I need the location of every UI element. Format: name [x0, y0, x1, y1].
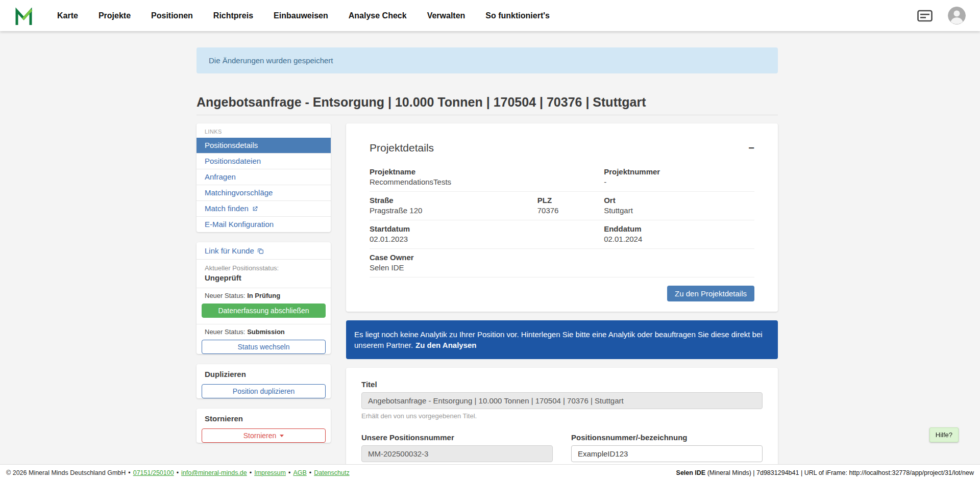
customer-link-row: Link für Kunde	[197, 242, 331, 260]
sidebar-item-label: Match finden	[205, 204, 249, 213]
next-status-label: Neuer Status:	[205, 292, 246, 299]
projektnummer-value: -	[604, 178, 754, 187]
main-column: Projektdetails − Projektname Recommendat…	[346, 123, 778, 464]
nav-item-analyse-check[interactable]: Analyse Check	[349, 11, 407, 20]
topbar-right-actions	[917, 7, 966, 24]
projektname-value: RecommendationsTests	[370, 178, 604, 187]
footer-link-impressum[interactable]: Impressum	[254, 469, 286, 476]
analytics-banner-link[interactable]: Zu den Analysen	[415, 341, 476, 349]
top-navigation-bar: Karte Projekte Positionen Richtpreis Ein…	[0, 0, 980, 31]
nav-item-verwalten[interactable]: Verwalten	[427, 11, 465, 20]
next-status-review-value: In Prüfung	[247, 292, 280, 299]
footer-separator: •	[128, 469, 130, 476]
position-form-card: Titel Erhält den von uns vorgegebenen Ti…	[346, 368, 778, 464]
titel-label: Titel	[361, 380, 763, 389]
extnr-label: Positionsnummer/-bezeichnung	[571, 433, 763, 442]
project-row-address: Straße Pragstraße 120 PLZ 70376 Ort Stut…	[370, 192, 754, 220]
footer-separator: •	[177, 469, 179, 476]
project-row-name-number: Projektname RecommendationsTests Projekt…	[370, 163, 754, 192]
posnr-input	[361, 445, 553, 462]
sidebar-item-match-finden[interactable]: Match finden	[197, 201, 331, 217]
collapse-icon[interactable]: −	[748, 143, 754, 153]
mineral-minds-logo-icon	[14, 7, 34, 25]
card-reader-icon[interactable]	[917, 10, 933, 22]
footer-link-agb[interactable]: AGB	[293, 469, 306, 476]
project-details-title: Projektdetails	[370, 142, 434, 154]
external-number-field-group: Positionsnummer/-bezeichnung Z.B. Intern…	[571, 433, 763, 464]
position-number-field-group: Unsere Positionsnummer Erhält eine syste…	[361, 433, 553, 464]
duplicate-position-button[interactable]: Position duplizieren	[202, 384, 326, 398]
current-status-label: Aktueller Positionsstatus:	[205, 264, 323, 272]
nav-item-einbauweisen[interactable]: Einbauweisen	[274, 11, 328, 20]
enddatum-value: 02.01.2024	[604, 235, 754, 244]
titel-helper: Erhält den von uns vorgegebenen Titel.	[361, 412, 763, 420]
sidebar-item-positionsdetails[interactable]: Positionsdetails	[197, 138, 331, 154]
sidebar-item-email-konfiguration[interactable]: E-Mail Konfiguration	[197, 217, 331, 232]
projektname-label: Projektname	[370, 167, 604, 176]
footer-session-info: Selen IDE (Mineral Minds) | 7d9831294b41…	[676, 469, 974, 476]
footer-separator: •	[309, 469, 311, 476]
switch-status-button[interactable]: Status wechseln	[202, 340, 326, 354]
sidebar: LINKS Positionsdetails Positionsdateien …	[197, 123, 331, 453]
project-row-case-owner: Case Owner Selen IDE	[370, 249, 754, 277]
footer-link-phone[interactable]: 07151/250100	[133, 469, 174, 476]
complete-data-entry-button[interactable]: Datenerfassung abschließen	[202, 303, 326, 318]
nav-item-so-funktionierts[interactable]: So funktioniert's	[485, 11, 550, 20]
strasse-label: Straße	[370, 196, 537, 205]
project-details-card: Projektdetails − Projektname Recommendat…	[346, 123, 778, 312]
sidebar-links-card: LINKS Positionsdetails Positionsdateien …	[197, 123, 331, 232]
nav-item-karte[interactable]: Karte	[57, 11, 78, 20]
extnr-input[interactable]	[571, 445, 763, 462]
copy-icon[interactable]	[257, 247, 264, 255]
external-link-icon	[252, 206, 258, 212]
analytics-banner: Es liegt noch keine Analytik zu Ihrer Po…	[346, 320, 778, 359]
current-status-block: Aktueller Positionsstatus: Ungeprüft	[197, 260, 331, 288]
ort-value: Stuttgart	[604, 206, 754, 215]
sidebar-item-positionsdateien[interactable]: Positionsdateien	[197, 154, 331, 169]
case-owner-value: Selen IDE	[370, 263, 754, 272]
posnr-label: Unsere Positionsnummer	[361, 433, 553, 442]
footer-user-name: Selen IDE	[676, 469, 706, 476]
sidebar-item-label: E-Mail Konfiguration	[205, 220, 274, 229]
person-icon	[948, 7, 966, 24]
next-status-label: Neuer Status:	[205, 328, 246, 336]
footer-copyright: © 2026 Mineral Minds Deutschland GmbH	[6, 469, 126, 476]
main-nav: Karte Projekte Positionen Richtpreis Ein…	[57, 11, 550, 20]
next-status-submission-row: Neuer Status: Submission	[197, 324, 331, 339]
sidebar-item-anfragen[interactable]: Anfragen	[197, 169, 331, 185]
footer-link-datenschutz[interactable]: Datenschutz	[314, 469, 349, 476]
caret-down-icon	[280, 435, 284, 437]
alert-message: Die Änderungen wurden gespeichert	[209, 56, 333, 65]
nav-item-richtpreis[interactable]: Richtpreis	[213, 11, 253, 20]
user-avatar[interactable]	[948, 7, 966, 24]
page-title: Angebotsanfrage - Entsorgung | 10.000 To…	[197, 94, 778, 110]
sidebar-item-matchingvorschlaege[interactable]: Matchingvorschläge	[197, 185, 331, 201]
customer-link[interactable]: Link für Kunde	[205, 246, 254, 255]
strasse-value: Pragstraße 120	[370, 206, 537, 215]
sidebar-item-label: Positionsdateien	[205, 157, 261, 166]
plz-label: PLZ	[537, 196, 604, 205]
footer-separator: •	[288, 469, 290, 476]
sidebar-item-label: Anfragen	[205, 172, 236, 182]
help-button[interactable]: Hilfe?	[929, 427, 959, 442]
startdatum-label: Startdatum	[370, 224, 604, 233]
nav-item-positionen[interactable]: Positionen	[151, 11, 193, 20]
next-status-submission-section: Neuer Status: Submission Status wechseln	[197, 324, 331, 354]
sidebar-links-header: LINKS	[197, 123, 331, 138]
go-to-project-details-button[interactable]: Zu den Projektdetails	[667, 286, 754, 301]
cancel-card-title: Stornieren	[197, 409, 331, 427]
next-status-review-row: Neuer Status: In Prüfung	[197, 288, 331, 302]
footer-link-email[interactable]: info@mineral-minds.de	[181, 469, 247, 476]
sidebar-item-label: Matchingvorschläge	[205, 188, 273, 197]
sidebar-item-label: Positionsdetails	[205, 141, 258, 150]
nav-item-projekte[interactable]: Projekte	[99, 11, 131, 20]
brand-logo[interactable]	[14, 7, 34, 25]
cancel-position-button[interactable]: Stornieren	[202, 428, 326, 443]
cancel-card: Stornieren Stornieren	[197, 409, 331, 443]
duplicate-card: Duplizieren Position duplizieren	[197, 364, 331, 398]
footer-separator: •	[250, 469, 252, 476]
projektnummer-label: Projektnummer	[604, 167, 754, 176]
title-divider	[197, 115, 778, 115]
case-owner-label: Case Owner	[370, 253, 754, 262]
ort-label: Ort	[604, 196, 754, 205]
